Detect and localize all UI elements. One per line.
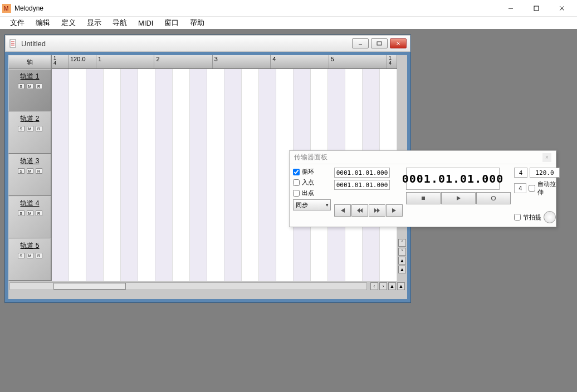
menu-view[interactable]: 显示 [81,17,107,29]
doc-minimize-button[interactable] [352,38,369,48]
close-button[interactable] [549,1,575,16]
fastforward-button[interactable] [369,204,385,217]
bottom-bar: ‹ › ▲ ▲ [8,281,407,291]
track-name: 轨道 5 [9,239,51,251]
solo-button[interactable]: S [18,126,25,131]
menu-nav[interactable]: 导航 [107,17,133,29]
menu-window[interactable]: 窗口 [159,17,184,29]
app-title: Melodyne [14,4,498,12]
track-list-header[interactable]: 轴 [8,55,51,69]
menubar: 文件 编辑 定义 显示 导航 MIDI 窗口 帮助 [0,17,577,29]
track-item[interactable]: 轨道 5 S M R [8,238,51,281]
record-arm-button[interactable]: R [36,168,42,174]
vscroll-down-icon[interactable]: ˅ [398,248,406,256]
hscroll-left-icon[interactable]: ‹ [370,282,378,290]
maximize-button[interactable] [524,1,549,16]
ruler-bar-2[interactable]: 2 [154,55,212,68]
inpoint-field[interactable]: 0001.01.01.000 [334,168,390,178]
play-button[interactable] [441,192,476,204]
ruler-bar-1[interactable]: 1 [96,55,154,68]
mute-button[interactable]: M [27,168,33,174]
transport-titlebar[interactable]: 传输器面板 × [290,151,556,164]
timesig-numerator[interactable]: 4 [514,168,527,178]
doc-title: Untitled [21,40,350,48]
track-item[interactable]: 轨道 4 S M R [8,196,51,238]
ruler-bar-3[interactable]: 3 [213,55,271,68]
goto-start-button[interactable] [334,204,351,217]
svg-rect-3 [534,6,539,11]
tempo-field[interactable]: 120.0 [530,168,560,178]
outpoint-checkbox[interactable]: 出点 [293,189,331,197]
mdi-workspace: Untitled 轴 轨道 1 S M R 轨道 2 S M R 轨道 3 S [0,29,577,392]
horizontal-scrollbar[interactable] [9,282,367,290]
outpoint-field[interactable]: 0001.01.01.000 [334,180,390,190]
app-titlebar: M Melodyne [0,0,577,17]
transport-close-button[interactable]: × [542,153,551,162]
vzoom-in-icon[interactable]: ▲ [398,257,406,264]
mute-button[interactable]: M [27,253,33,258]
mute-button[interactable]: M [27,210,33,216]
doc-close-button[interactable] [390,38,407,48]
doc-maximize-button[interactable] [371,38,388,48]
hscroll-thumb[interactable] [53,283,126,290]
autostretch-checkbox[interactable]: 自动拉伸 [529,180,560,197]
menu-midi[interactable]: MIDI [133,18,159,28]
track-name: 轨道 3 [9,154,51,166]
solo-button[interactable]: S [18,84,25,89]
mute-button[interactable]: M [27,126,33,131]
hscroll-right-icon[interactable]: › [379,282,387,290]
app-icon: M [2,4,11,13]
ruler-tempo[interactable]: 120.0 [69,55,96,68]
track-list: 轴 轨道 1 S M R 轨道 2 S M R 轨道 3 S M R 轨道 4 … [8,55,52,281]
record-arm-button[interactable]: R [36,253,42,258]
vzoom-out-icon[interactable]: ▲ [398,266,406,273]
mute-button[interactable]: M [27,84,33,89]
sync-select[interactable]: 同步 [293,199,331,210]
transport-title-text: 传输器面板 [294,153,327,162]
inpoint-checkbox[interactable]: 入点 [293,178,331,187]
ruler-end-timesig[interactable]: 14 [387,55,397,68]
track-item[interactable]: 轨道 1 S M R [8,69,51,111]
rewind-button[interactable] [351,204,368,217]
menu-edit[interactable]: 编辑 [30,17,56,29]
stop-button[interactable] [406,192,441,204]
transport-panel[interactable]: 传输器面板 × 循环 入点 出点 同步 0001.01.01.000 0001.… [289,150,556,227]
record-button[interactable] [476,192,511,204]
hzoom-out-icon[interactable]: ▲ [388,282,396,290]
doc-icon [9,39,18,48]
solo-button[interactable]: S [18,210,25,216]
goto-end-button[interactable] [386,204,403,217]
menu-define[interactable]: 定义 [56,17,81,29]
click-checkbox[interactable]: 节拍提 [514,213,541,222]
track-name: 轨道 2 [9,112,51,124]
svg-rect-11 [422,197,425,200]
ruler-bar-4[interactable]: 4 [271,55,329,68]
ruler[interactable]: 14 120.0 1 2 3 4 5 14 [52,55,397,69]
track-name: 轨道 4 [9,197,51,208]
loop-checkbox[interactable]: 循环 [293,168,331,176]
timesig-denominator[interactable]: 4 [514,183,526,193]
svg-point-12 [492,197,496,200]
track-item[interactable]: 轨道 2 S M R [8,111,51,154]
ruler-bar-5[interactable]: 5 [329,55,387,68]
vscroll-up-icon[interactable]: ˄ [398,239,406,247]
ruler-timesig[interactable]: 14 [52,55,69,68]
menu-help[interactable]: 帮助 [184,17,210,29]
jog-wheel[interactable] [544,211,556,223]
record-arm-button[interactable]: R [36,84,42,89]
hzoom-in-icon[interactable]: ▲ [397,282,405,290]
minimize-button[interactable] [498,1,524,16]
svg-text:M: M [4,6,8,12]
solo-button[interactable]: S [18,253,25,258]
track-name: 轨道 1 [9,70,51,81]
svg-rect-8 [377,42,382,45]
menu-file[interactable]: 文件 [4,17,30,29]
position-display[interactable]: 0001.01.01.000 [406,168,500,190]
record-arm-button[interactable]: R [36,210,42,216]
doc-titlebar[interactable]: Untitled [5,35,410,52]
record-arm-button[interactable]: R [36,126,42,131]
solo-button[interactable]: S [18,168,25,174]
track-item[interactable]: 轨道 3 S M R [8,154,51,196]
